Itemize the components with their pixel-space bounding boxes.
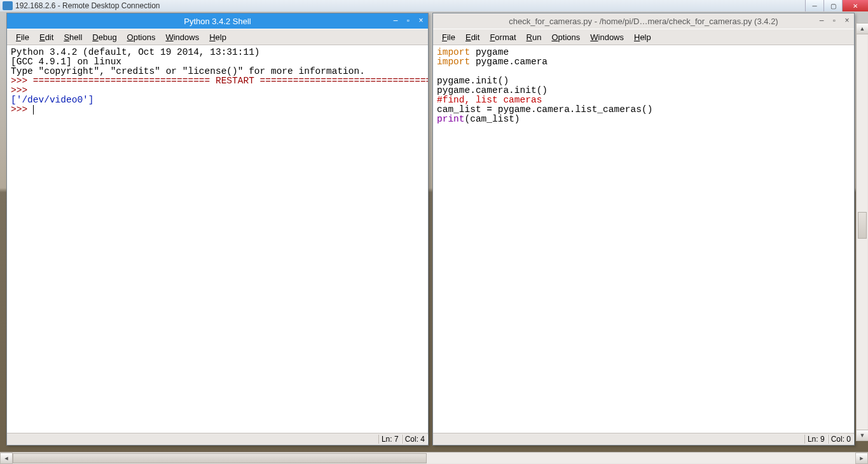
close-button[interactable]: ✕ bbox=[842, 0, 868, 11]
minimize-button[interactable]: ─ bbox=[805, 0, 823, 11]
rdc-titlebar: 192.168.2.6 - Remote Desktop Connection … bbox=[0, 0, 868, 12]
remote-desktop: Python 3.4.2 Shell – ▫ × File Edit Shell… bbox=[0, 11, 868, 12]
rdc-icon bbox=[3, 1, 13, 10]
rdc-window-controls: ─ ▢ ✕ bbox=[805, 0, 868, 11]
maximize-button[interactable]: ▢ bbox=[823, 0, 842, 11]
rdc-title: 192.168.2.6 - Remote Desktop Connection bbox=[15, 1, 160, 10]
